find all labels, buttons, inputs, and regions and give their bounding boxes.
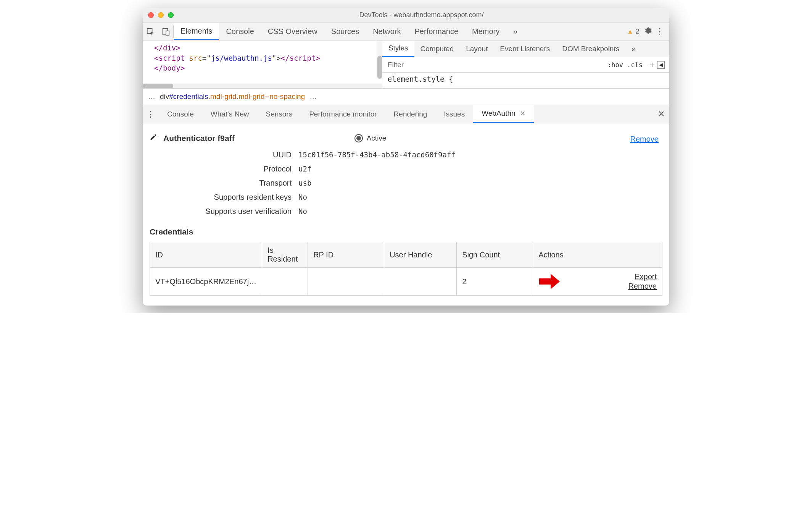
col-user-handle: User Handle [384,242,457,268]
warning-icon: ▲ [627,28,633,36]
close-window-button[interactable] [148,12,154,18]
prop-value: 15c01f56-785f-43b4-ab58-4facd60f9aff [298,150,456,159]
breadcrumb-bar: … div#credentials.mdl-grid.mdl-grid--no-… [143,88,669,105]
new-style-rule-icon[interactable]: + [647,60,657,70]
credentials-table: ID Is Resident RP ID User Handle Sign Co… [150,242,662,296]
breadcrumb-left-overflow[interactable]: … [148,92,155,101]
inspect-element-icon[interactable] [143,23,158,40]
col-is-resident: Is Resident [262,242,308,268]
tab-overflow[interactable]: » [506,23,524,40]
cell-user-handle [384,268,457,296]
annotation-arrow-icon [538,272,561,291]
table-header-row: ID Is Resident RP ID User Handle Sign Co… [150,242,662,268]
drawer-tab-issues[interactable]: Issues [435,105,473,123]
drawer-menu-icon[interactable]: ⋮ [143,105,159,123]
settings-icon[interactable] [643,26,652,37]
styles-tab-bar: Styles Computed Layout Event Listeners D… [382,40,669,57]
vertical-scrollbar[interactable] [377,40,382,79]
tab-elements[interactable]: Elements [174,23,219,40]
active-radio[interactable]: Active [354,134,387,142]
hov-toggle[interactable]: :hov [607,61,623,69]
element-style-declaration[interactable]: element.style { [382,73,669,86]
col-rp-id: RP ID [308,242,384,268]
prop-transport: Transport usb [150,179,662,188]
warning-count: 2 [635,27,640,36]
main-tab-bar: Elements Console CSS Overview Sources Ne… [143,23,669,40]
tab-performance[interactable]: Performance [408,23,466,40]
tab-memory[interactable]: Memory [465,23,506,40]
styles-tab-event-listeners[interactable]: Event Listeners [494,40,556,57]
drawer-tab-rendering[interactable]: Rendering [385,105,436,123]
kebab-menu-icon[interactable]: ⋮ [656,27,664,37]
webauthn-panel: Authenticator f9aff Active Remove UUID 1… [143,123,669,306]
devtools-window: DevTools - webauthndemo.appspot.com/ Ele… [143,8,669,306]
drawer-tab-sensors[interactable]: Sensors [257,105,301,123]
prop-user-verification: Supports user verification No [150,207,662,216]
traffic-lights [143,12,174,18]
table-row: VT+Ql516ObcpKRM2En67j… 2 Export Remove [150,268,662,296]
prop-value: usb [298,179,311,188]
styles-filter-input[interactable] [382,57,603,72]
breadcrumb-item[interactable]: div#credentials.mdl-grid.mdl-grid--no-sp… [160,92,305,101]
prop-value: No [298,207,307,216]
window-titlebar: DevTools - webauthndemo.appspot.com/ [143,8,669,23]
cell-id: VT+Ql516ObcpKRM2En67j… [150,268,262,296]
cell-actions: Export Remove [533,268,662,296]
col-sign-count: Sign Count [457,242,533,268]
prop-label: Protocol [150,165,298,173]
prop-label: Supports user verification [150,207,298,216]
close-tab-icon[interactable]: ✕ [520,110,525,118]
toggle-sidebar-icon[interactable]: ◀ [657,61,665,69]
window-title: DevTools - webauthndemo.appspot.com/ [174,11,669,19]
drawer-tab-console[interactable]: Console [159,105,202,123]
tab-console[interactable]: Console [219,23,261,40]
active-label: Active [367,134,387,142]
styles-tab-layout[interactable]: Layout [460,40,494,57]
prop-label: Supports resident keys [150,193,298,202]
styles-tab-computed[interactable]: Computed [414,40,460,57]
drawer-tab-bar: ⋮ Console What's New Sensors Performance… [143,105,669,123]
styles-tab-styles[interactable]: Styles [382,40,414,57]
prop-uuid: UUID 15c01f56-785f-43b4-ab58-4facd60f9af… [150,150,662,159]
col-id: ID [150,242,262,268]
drawer-tab-performance-monitor[interactable]: Performance monitor [301,105,385,123]
styles-filter-row: :hov .cls + ◀ [382,57,669,73]
remove-authenticator-link[interactable]: Remove [630,135,659,144]
svg-rect-2 [166,31,169,35]
edit-icon[interactable] [150,133,158,143]
device-toolbar-icon[interactable] [158,23,173,40]
drawer-tab-webauthn[interactable]: WebAuthn ✕ [473,105,533,123]
col-actions: Actions [533,242,662,268]
elements-split-view: </div> <script src="js/webauthn.js"></sc… [143,40,669,88]
breadcrumb-right-overflow[interactable]: … [309,92,317,101]
tab-sources[interactable]: Sources [324,23,366,40]
authenticator-name: Authenticator f9aff [163,134,235,143]
credentials-heading: Credentials [150,227,662,236]
authenticator-properties: UUID 15c01f56-785f-43b4-ab58-4facd60f9af… [150,150,662,216]
prop-resident-keys: Supports resident keys No [150,193,662,202]
tab-network[interactable]: Network [366,23,408,40]
warnings-badge[interactable]: ▲ 2 [627,27,640,36]
dom-tree-panel[interactable]: </div> <script src="js/webauthn.js"></sc… [143,40,382,88]
prop-value: No [298,193,307,202]
authenticator-header: Authenticator f9aff Active Remove [150,133,662,143]
dom-source: </div> <script src="js/webauthn.js"></sc… [143,40,382,73]
styles-tab-overflow[interactable]: » [625,40,642,57]
maximize-window-button[interactable] [168,12,174,18]
cell-rp-id [308,268,384,296]
tab-css-overview[interactable]: CSS Overview [261,23,324,40]
styles-tab-dom-breakpoints[interactable]: DOM Breakpoints [556,40,625,57]
prop-label: Transport [150,179,298,188]
radio-icon [354,134,363,142]
close-drawer-icon[interactable]: ✕ [653,105,669,123]
prop-value: u2f [298,165,311,173]
horizontal-scrollbar[interactable] [143,83,382,88]
drawer-tab-whats-new[interactable]: What's New [202,105,258,123]
prop-protocol: Protocol u2f [150,165,662,173]
minimize-window-button[interactable] [158,12,164,18]
prop-label: UUID [150,150,298,159]
cell-sign-count: 2 [457,268,533,296]
styles-panel: Styles Computed Layout Event Listeners D… [382,40,669,88]
cell-is-resident [262,268,308,296]
cls-toggle[interactable]: .cls [627,61,643,69]
